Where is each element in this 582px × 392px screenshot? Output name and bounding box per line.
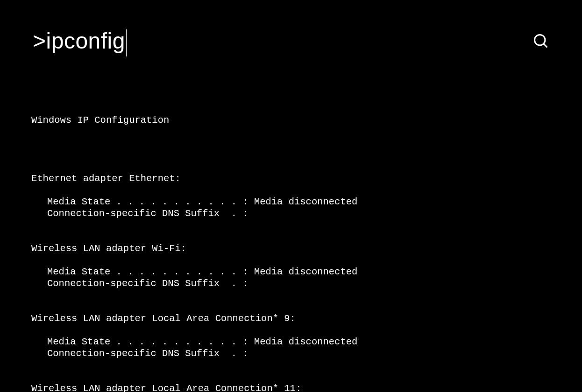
search-icon[interactable] bbox=[532, 33, 549, 49]
command-text: ipconfig bbox=[46, 28, 125, 54]
adapter-prop-line: Connection-specific DNS Suffix . : bbox=[31, 278, 551, 289]
prop-value: Media disconnected bbox=[248, 196, 358, 207]
adapter-prop-line: Connection-specific DNS Suffix . : bbox=[31, 348, 551, 359]
prompt-chevron: > bbox=[33, 28, 46, 54]
command-input[interactable]: > ipconfig bbox=[33, 28, 127, 54]
adapter-block: Wireless LAN adapter Wi-Fi:Media State .… bbox=[31, 243, 551, 289]
prop-value: Media disconnected bbox=[248, 266, 358, 277]
prop-label: Media State . . . . . . . . . . . : bbox=[47, 196, 248, 207]
adapter-block: Wireless LAN adapter Local Area Connecti… bbox=[31, 383, 551, 392]
svg-line-1 bbox=[544, 44, 547, 48]
svg-point-0 bbox=[535, 35, 546, 45]
prop-label: Connection-specific DNS Suffix . : bbox=[47, 208, 248, 219]
adapter-props: Media State . . . . . . . . . . . : Medi… bbox=[31, 196, 551, 219]
adapter-name: Wireless LAN adapter Local Area Connecti… bbox=[31, 383, 551, 392]
header-bar: > ipconfig bbox=[0, 0, 582, 63]
terminal-output[interactable]: Windows IP Configuration Ethernet adapte… bbox=[0, 72, 582, 392]
prop-label: Media State . . . . . . . . . . . : bbox=[47, 266, 248, 277]
text-cursor bbox=[126, 29, 127, 56]
adapter-props: Media State . . . . . . . . . . . : Medi… bbox=[31, 266, 551, 289]
prop-label: Connection-specific DNS Suffix . : bbox=[47, 348, 248, 359]
adapter-name: Wireless LAN adapter Local Area Connecti… bbox=[31, 313, 551, 324]
adapter-props: Media State . . . . . . . . . . . : Medi… bbox=[31, 336, 551, 359]
prop-label: Media State . . . . . . . . . . . : bbox=[47, 336, 248, 347]
adapter-block: Ethernet adapter Ethernet:Media State . … bbox=[31, 173, 551, 219]
prop-value: Media disconnected bbox=[248, 336, 358, 347]
adapter-prop-line: Media State . . . . . . . . . . . : Medi… bbox=[31, 266, 551, 278]
adapter-name: Wireless LAN adapter Wi-Fi: bbox=[31, 243, 551, 254]
adapter-prop-line: Media State . . . . . . . . . . . : Medi… bbox=[31, 336, 551, 348]
prop-label: Connection-specific DNS Suffix . : bbox=[47, 278, 248, 289]
adapter-prop-line: Connection-specific DNS Suffix . : bbox=[31, 208, 551, 219]
adapter-prop-line: Media State . . . . . . . . . . . : Medi… bbox=[31, 196, 551, 208]
output-title: Windows IP Configuration bbox=[31, 114, 551, 126]
adapter-name: Ethernet adapter Ethernet: bbox=[31, 173, 551, 184]
adapter-block: Wireless LAN adapter Local Area Connecti… bbox=[31, 313, 551, 359]
